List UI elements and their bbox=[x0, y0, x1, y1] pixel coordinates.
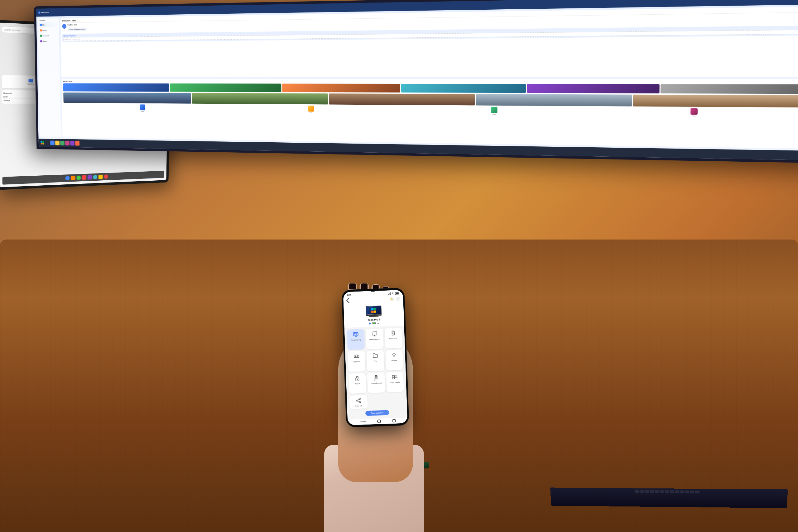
sidebar-shared-label: Shared bbox=[43, 40, 47, 42]
laptop-stand-mini bbox=[369, 316, 378, 317]
status-time: 5:23 bbox=[347, 294, 350, 296]
feature-hotspot[interactable]: Hotspot bbox=[385, 349, 403, 370]
win-logo-sq1 bbox=[371, 308, 374, 310]
laptop-main-content: OneDrive Files Photos Documents bbox=[36, 4, 798, 151]
phone-device-section: Yoga Pro 9 100 bbox=[344, 302, 404, 328]
file-row-1 bbox=[63, 83, 798, 94]
cross-control-label: Cross control bbox=[390, 381, 400, 383]
mobile-desktop-label: Mobile desktop bbox=[369, 338, 380, 340]
feature-mobile-desktop[interactable]: Mobile desktop bbox=[366, 328, 384, 349]
file-photo-3[interactable] bbox=[329, 93, 475, 105]
wifi-icon bbox=[391, 292, 394, 294]
device-icon-pc bbox=[29, 79, 33, 82]
sidebar-item-shared[interactable]: Shared bbox=[39, 39, 58, 44]
webcam-label: Webcam bbox=[353, 361, 360, 363]
phone-laptop-icon bbox=[366, 306, 382, 317]
more-icon[interactable]: ⋮ bbox=[396, 297, 400, 301]
feature-app-streaming[interactable]: App streaming bbox=[347, 329, 365, 350]
feature-phone-on-pc[interactable]: Phone on PC bbox=[384, 328, 402, 348]
left-search-text: Search Lenovo bbox=[4, 28, 20, 32]
feature-share-hub[interactable]: Share hub bbox=[349, 395, 367, 409]
app-icon-3[interactable]: Teams bbox=[401, 106, 592, 116]
taskbar-icon-3[interactable] bbox=[76, 175, 81, 180]
taskbar-app-photos[interactable] bbox=[75, 141, 79, 146]
taskbar-app-explorer[interactable] bbox=[55, 141, 59, 146]
win-sq-3 bbox=[40, 143, 42, 145]
share-hub-row: Share hub bbox=[347, 394, 407, 411]
sidebar-item-docs[interactable]: Documents bbox=[39, 33, 58, 38]
feature-files[interactable]: Files bbox=[366, 350, 384, 371]
app-icon-4[interactable]: Store bbox=[593, 107, 798, 117]
lock-icon-svg bbox=[354, 375, 360, 381]
file-thumb-5[interactable] bbox=[527, 84, 659, 93]
nav-home-button[interactable] bbox=[377, 419, 381, 423]
volume-icon[interactable]: 🔔 bbox=[389, 297, 394, 301]
win-logo-icon bbox=[38, 12, 40, 14]
taskbar-icon-2[interactable] bbox=[71, 176, 75, 180]
file-photo-1[interactable] bbox=[63, 92, 191, 103]
app-icon-edge bbox=[140, 104, 145, 110]
windows-start-icon[interactable] bbox=[40, 141, 44, 145]
taskbar-icon-4[interactable] bbox=[82, 175, 86, 180]
sidebar-item-files[interactable]: Files bbox=[39, 22, 58, 27]
svg-rect-29 bbox=[392, 375, 394, 377]
taskbar-app-store[interactable] bbox=[65, 141, 70, 146]
taskbar-icon-6[interactable] bbox=[93, 175, 97, 179]
app-streaming-icon bbox=[352, 331, 359, 338]
svg-rect-19 bbox=[354, 355, 358, 358]
win-logo-sq4 bbox=[374, 310, 376, 313]
app-streaming-label: App streaming bbox=[351, 339, 361, 341]
feature-smart-clipboard[interactable]: Smart clipboard bbox=[367, 372, 385, 393]
connected-dot bbox=[369, 322, 370, 324]
file-thumb-4[interactable] bbox=[401, 84, 526, 93]
share-hub-label: Share hub bbox=[355, 405, 362, 407]
phone-header-icons: 🔔 ⋮ bbox=[389, 297, 400, 301]
taskbar-app-edge[interactable] bbox=[50, 140, 55, 145]
taskbar-icon-1[interactable] bbox=[65, 176, 70, 180]
taskbar-icon-5[interactable] bbox=[88, 175, 92, 179]
laptop-main-area: OneDrive - Files OneDrive Sync 3 items s… bbox=[60, 7, 798, 149]
phone-screen: 5:23 bbox=[343, 290, 407, 425]
phone-device-status: 100 bbox=[369, 322, 379, 324]
pc-lock-label: PC lock bbox=[355, 382, 360, 385]
right-laptop-screen: Windows 11 OneDrive Fi bbox=[34, 0, 798, 163]
taskbar-pinned-apps bbox=[50, 140, 79, 146]
file-thumb-3[interactable] bbox=[282, 83, 400, 92]
file-photo-4[interactable] bbox=[476, 94, 632, 106]
app-icon-2[interactable]: Files bbox=[225, 105, 400, 114]
feature-webcam[interactable]: Webcam bbox=[348, 351, 366, 372]
docs-icon bbox=[40, 35, 42, 37]
file-photo-5[interactable] bbox=[633, 94, 798, 107]
stop-activities-button[interactable]: Stop activities bbox=[365, 410, 389, 416]
feature-cross-control[interactable]: Cross control bbox=[386, 372, 404, 393]
app-icon-1[interactable]: Edge bbox=[64, 104, 225, 112]
key-3 bbox=[645, 490, 649, 493]
svg-line-36 bbox=[358, 401, 359, 402]
taskbar-icon-7[interactable] bbox=[98, 175, 103, 179]
svg-point-21 bbox=[355, 356, 356, 357]
back-arrow-icon[interactable] bbox=[346, 298, 351, 303]
taskbar-app-spotify[interactable] bbox=[70, 141, 74, 146]
win-sq-1 bbox=[40, 141, 42, 142]
phone-on-pc-icon bbox=[389, 330, 397, 337]
feature-pc-lock[interactable]: PC lock bbox=[348, 373, 366, 394]
svg-point-22 bbox=[393, 356, 394, 357]
nav-recents-button[interactable] bbox=[392, 419, 395, 422]
file-thumb-6[interactable] bbox=[660, 84, 798, 94]
nav-back-button[interactable] bbox=[359, 421, 366, 422]
key-7 bbox=[665, 490, 669, 493]
laptop-chat-area: OneDrive - Files OneDrive Sync 3 items s… bbox=[60, 7, 798, 77]
webcam-icon bbox=[353, 353, 360, 360]
file-thumb-2[interactable] bbox=[169, 83, 281, 92]
app-label-teams: Teams bbox=[492, 113, 496, 115]
files-icon-phone bbox=[371, 352, 379, 359]
file-photo-2[interactable] bbox=[192, 93, 328, 104]
list-label-wifi: Wi-Fi bbox=[3, 96, 8, 98]
start-button-area bbox=[40, 141, 44, 145]
sidebar-item-photos[interactable]: Photos bbox=[39, 28, 58, 32]
taskbar-app-teams[interactable] bbox=[60, 141, 65, 146]
taskbar-icon-8[interactable] bbox=[104, 174, 108, 179]
windows-logo-mini bbox=[371, 308, 376, 313]
key-4 bbox=[650, 490, 654, 493]
file-thumb-1[interactable] bbox=[63, 83, 169, 92]
